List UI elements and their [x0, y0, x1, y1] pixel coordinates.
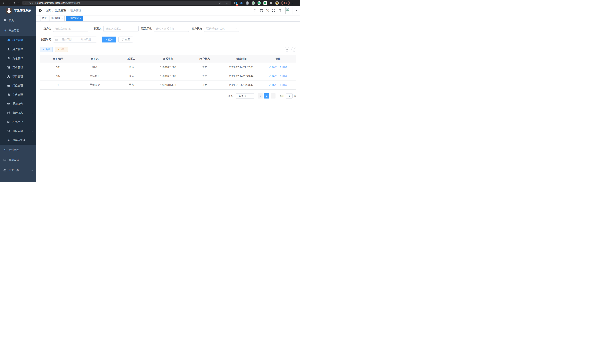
sidebar-item-devtools[interactable]: 研发工具 — [0, 165, 36, 175]
bookmark-star-icon[interactable]: ☆ — [225, 0, 229, 5]
pencil-icon — [269, 75, 271, 77]
column-header: 操作 — [260, 55, 296, 63]
sidebar-item-infra[interactable]: 基础设施 — [0, 155, 36, 165]
sidebar-item-dict[interactable]: 字典管理 — [0, 90, 36, 99]
next-page-button[interactable]: › — [271, 93, 275, 99]
goto-page-input[interactable] — [286, 93, 293, 99]
extension-icon-puzzle[interactable] — [269, 1, 273, 5]
table-toolbar: ＋ 新增 导出 — [40, 47, 296, 52]
active-dot-icon: ● — [67, 18, 68, 19]
tab-close-icon[interactable]: × — [80, 17, 81, 19]
edit-link[interactable]: 修改 — [269, 83, 277, 87]
font-size-icon[interactable] — [278, 9, 282, 12]
mobile-input[interactable] — [154, 26, 189, 32]
cell-actions: 修改删除 — [260, 72, 296, 81]
edit-link[interactable]: 修改 — [269, 65, 277, 69]
tab-dept[interactable]: 部门管理 × — [49, 16, 65, 21]
address-bar[interactable]: 不安全 dashboard.yudao.iocoder.cn/system/te… — [22, 1, 231, 5]
sidebar-item-post[interactable]: 岗位管理 — [0, 81, 36, 90]
search-button[interactable]: 搜索 — [102, 37, 116, 42]
tenant-name-input[interactable] — [53, 26, 88, 32]
sidebar-item-notice[interactable]: 通知公告 — [0, 99, 36, 108]
delete-link[interactable]: 删除 — [279, 83, 287, 87]
sidebar-item-label: 研发工具 — [9, 169, 19, 172]
security-label[interactable]: 不安全 — [27, 1, 34, 5]
fullscreen-icon[interactable] — [272, 9, 275, 12]
page-size-select[interactable]: 10条/页 — [236, 93, 254, 99]
export-button[interactable]: 导出 — [55, 47, 68, 52]
github-icon[interactable] — [260, 9, 263, 12]
extension-icon-command[interactable]: ⌘ — [246, 1, 249, 5]
calendar-icon — [55, 38, 58, 41]
breadcrumb-item[interactable]: 首页 — [45, 9, 51, 12]
column-header: 租户状态 — [187, 55, 223, 63]
header-search-icon[interactable] — [253, 9, 257, 12]
sidebar-item-label: 岗位管理 — [12, 84, 23, 87]
sidebar-item-role[interactable]: 角色管理 — [0, 54, 36, 63]
sidebar-item-sms[interactable]: 短信管理 — [0, 127, 36, 136]
sidebar-item-audit-log[interactable]: 审计日志 — [0, 108, 36, 117]
browser-menu-icon[interactable]: ⋮ — [291, 1, 294, 4]
extension-icon-emoji[interactable] — [275, 1, 279, 5]
sidebar-item-label: 部门管理 — [12, 75, 23, 78]
sidebar-item-tenant[interactable]: 租户管理 — [0, 36, 36, 45]
code-icon: </> — [7, 139, 10, 142]
refresh-table-button[interactable] — [291, 47, 296, 52]
status-select[interactable]: 请选择租户状态 — [204, 26, 239, 32]
app-logo[interactable]: 芋道管理系统 — [0, 6, 36, 15]
breadcrumb-item[interactable]: 系统管理 — [55, 9, 66, 12]
sidebar-item-dept[interactable]: 部门管理 — [0, 72, 36, 81]
sidebar-item-home[interactable]: 首页 — [0, 15, 36, 25]
browser-home-icon[interactable] — [16, 0, 21, 5]
extension-icon-y[interactable]: Y — [258, 1, 261, 5]
blue-diamond-icon — [235, 2, 237, 4]
sidebar-item-online-user[interactable]: 在线用户 — [0, 117, 36, 127]
add-button[interactable]: ＋ 新增 — [40, 47, 53, 52]
tab-home[interactable]: 首页 — [40, 16, 48, 21]
browser-back-icon[interactable] — [1, 0, 6, 5]
sidebar-fold-icon[interactable] — [38, 9, 42, 13]
page-number-button[interactable]: 1 — [264, 93, 269, 99]
sidebar-item-errorcode[interactable]: </> 错误码管理 — [0, 136, 36, 145]
tab-tenant-active[interactable]: ● 租户管理 × — [66, 16, 83, 21]
sidebar-item-system[interactable]: ⚙ 系统管理 — [0, 25, 36, 36]
tenant-table: 租户编号 租户名 联系人 联系手机 租户状态 创建时间 操作 108 测试 — [40, 55, 296, 90]
avatar[interactable] — [285, 7, 293, 14]
puzzle-icon — [270, 1, 273, 4]
extension-icon-record[interactable] — [252, 1, 255, 5]
reset-button[interactable]: 重置 — [118, 37, 133, 42]
share-icon[interactable] — [218, 0, 223, 5]
sidebar-item-user[interactable]: 用户管理 — [0, 45, 36, 54]
sidebar-item-menu[interactable]: 菜单管理 — [0, 63, 36, 72]
extension-icon-chat[interactable] — [263, 1, 267, 5]
green-dot-icon — [253, 2, 254, 4]
date-range-picker[interactable]: 开始日期 - 结束日期 — [53, 37, 97, 42]
browser-reload-icon[interactable] — [11, 0, 16, 5]
breadcrumb-separator: / — [68, 9, 68, 12]
browser-forward-icon[interactable] — [6, 0, 11, 5]
prev-page-button[interactable]: ‹ — [258, 93, 263, 99]
browser-update-button[interactable]: 更新 — [281, 1, 290, 5]
extension-icon-grid[interactable]: 10 — [234, 1, 237, 5]
search-icon — [286, 48, 288, 51]
gear-icon: ⚙ — [3, 29, 7, 32]
cell-contact: 测试 — [113, 63, 150, 72]
browser-toolbar: 不安全 dashboard.yudao.iocoder.cn/system/te… — [0, 0, 300, 6]
delete-link[interactable]: 删除 — [279, 75, 287, 78]
edit-link[interactable]: 修改 — [269, 75, 277, 78]
extension-icon-balloon[interactable] — [240, 1, 243, 5]
filter-label: 联系人 — [90, 27, 102, 30]
security-warning-icon — [24, 2, 26, 4]
roles-icon — [7, 57, 10, 60]
delete-link[interactable]: 删除 — [279, 65, 287, 69]
column-header: 租户编号 — [40, 55, 76, 63]
cell-tenant-id: 108 — [40, 63, 76, 72]
sidebar-item-label: 系统管理 — [9, 29, 19, 32]
tab-close-icon[interactable]: × — [61, 17, 63, 19]
column-header: 创建时间 — [223, 55, 260, 63]
sidebar-item-pay[interactable]: ¥ 支付管理 — [0, 145, 36, 155]
contact-input[interactable] — [103, 26, 139, 32]
toggle-search-button[interactable] — [285, 47, 290, 52]
avatar-caret-down-icon[interactable]: ▼ — [296, 10, 297, 11]
help-icon[interactable]: ? — [266, 9, 269, 12]
